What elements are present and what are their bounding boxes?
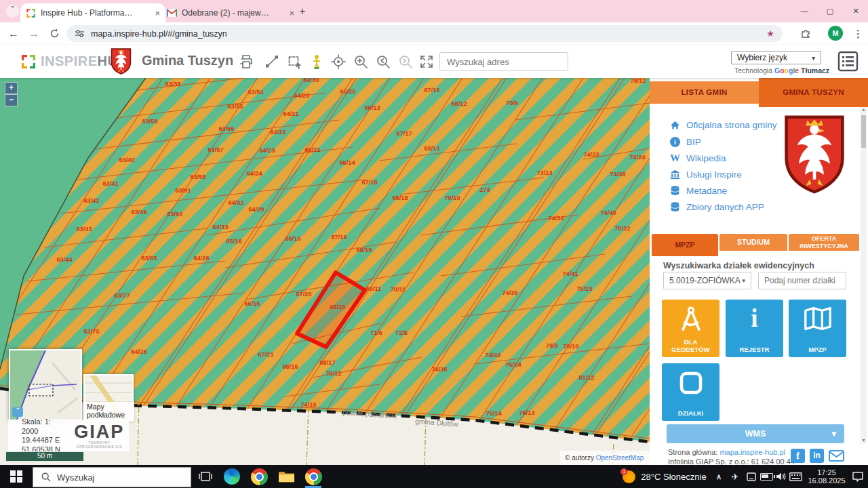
database-icon xyxy=(670,202,680,212)
url-bar[interactable]: mapa.inspire-hub.pl/#/gmina_tuszyn ★ xyxy=(66,25,783,42)
close-tab-icon[interactable]: × xyxy=(155,9,160,18)
parcel-label: 63/75 xyxy=(84,328,100,335)
browser-tab-strip: ˇ Inspire Hub - Platforma do pub × Odebr… xyxy=(0,0,868,22)
tab-studium[interactable]: STUDIUM xyxy=(719,234,787,251)
sidebar-link-wikipedia[interactable]: W Wikipedia xyxy=(670,153,726,163)
bookmark-star-icon[interactable]: ★ xyxy=(766,28,774,39)
parcel-label: 63/42 xyxy=(84,197,100,204)
overview-minimap[interactable]: ˇ xyxy=(9,349,82,421)
taskbar-clock[interactable]: 17:25 16.08.2025 xyxy=(806,465,848,488)
parcel-label: 72/8 xyxy=(395,329,408,336)
legend-icon[interactable] xyxy=(837,51,859,72)
minimap-collapse-button[interactable]: ˇ xyxy=(12,407,23,417)
parcel-label: 75/14 xyxy=(486,410,502,417)
start-button[interactable] xyxy=(0,465,33,488)
previous-extent-icon[interactable] xyxy=(375,54,391,70)
print-icon[interactable] xyxy=(238,54,254,70)
out-of-zone-area xyxy=(0,78,146,369)
window-maximize-button[interactable]: ▢ xyxy=(818,0,842,22)
touch-keyboard-icon[interactable] xyxy=(787,465,804,488)
language-select[interactable]: Wybierz język ▾ xyxy=(731,51,821,64)
sidebar-link-uslugi-inspire[interactable]: Usługi Inspire xyxy=(670,169,742,180)
browser-tab-gmail[interactable]: Odebrane (2) - majewska.moni × xyxy=(161,3,300,22)
parcel-label: 70/12 xyxy=(326,370,342,377)
profile-avatar[interactable]: M xyxy=(828,26,843,41)
map-zoom-out-button[interactable]: − xyxy=(5,94,18,106)
extensions-icon[interactable] xyxy=(800,28,811,39)
notification-center-icon[interactable] xyxy=(848,465,868,488)
dla-geodetow-button[interactable]: DLAGEODETÓW xyxy=(662,300,719,357)
sidebar-scrollbar[interactable]: ▲ ▼ xyxy=(861,107,867,444)
taskbar-search-placeholder: Wyszukaj xyxy=(57,472,95,483)
site-settings-icon[interactable] xyxy=(75,28,85,39)
chrome-active-icon[interactable] xyxy=(300,465,327,488)
map-canvas[interactable]: powiat pabianicki gmina Dłutów 63/3863/5… xyxy=(0,78,650,465)
tab-search-button[interactable]: ˇ xyxy=(6,5,19,18)
url-text[interactable]: mapa.inspire-hub.pl/#/gmina_tuszyn xyxy=(91,29,227,39)
map-zoom-in-button[interactable]: + xyxy=(5,82,18,94)
parcel-label: 68/18 xyxy=(393,195,408,201)
precinct-select[interactable]: 5.0019-ZOFIÓWKA ▾ xyxy=(663,272,751,289)
address-search-input[interactable] xyxy=(439,52,568,71)
google-translate-attribution: Technologia Google Tłumacz xyxy=(734,66,829,75)
tab-mpzp[interactable]: MPZP xyxy=(652,234,718,256)
sidebar-link-official-site[interactable]: Oficjalna strona gminy xyxy=(670,120,777,130)
scrollbar-thumb[interactable] xyxy=(861,115,866,148)
rejestr-button[interactable]: i REJESTR xyxy=(726,300,783,357)
tab-oferta-inwestycyjna[interactable]: OFERTAINWESTYCYJNA xyxy=(789,234,859,251)
airplane-icon[interactable]: ✈ xyxy=(727,465,743,488)
chevron-down-icon: ▾ xyxy=(832,424,836,443)
streetview-pegman-icon[interactable] xyxy=(309,54,325,70)
measure-area-icon[interactable] xyxy=(287,54,303,70)
task-view-button[interactable] xyxy=(194,465,217,488)
osm-link[interactable]: OpenStreetMap xyxy=(596,454,644,462)
speaker-icon[interactable] xyxy=(773,465,788,488)
geolocate-icon[interactable] xyxy=(330,54,347,70)
close-tab-icon[interactable]: × xyxy=(289,9,294,18)
zoom-in-icon[interactable] xyxy=(353,54,369,70)
browser-tab-active[interactable]: Inspire Hub - Platforma do pub × xyxy=(20,3,165,22)
measure-line-icon[interactable] xyxy=(264,54,280,70)
parcel-label: 68/19 xyxy=(357,247,372,253)
weather-widget[interactable]: 1 28°C Słonecznie xyxy=(614,465,715,488)
surveyor-compass-icon xyxy=(677,306,705,333)
dzialki-button[interactable]: DZIAŁKI xyxy=(662,363,719,421)
file-explorer-icon[interactable] xyxy=(273,465,300,488)
parcel-number-input[interactable] xyxy=(758,272,846,289)
basemap-switcher[interactable]: Mapypodkładowe xyxy=(83,374,134,422)
new-tab-button[interactable]: + xyxy=(294,3,311,20)
parcel-label: 67/17 xyxy=(397,130,412,137)
chrome-icon[interactable] xyxy=(245,465,273,488)
linkedin-icon[interactable]: in xyxy=(810,449,824,463)
home-link[interactable]: mapa.inspire-hub.pl xyxy=(719,448,785,456)
parcel-label: 63/92 xyxy=(167,211,183,218)
facebook-icon[interactable]: f xyxy=(791,449,805,463)
sidebar-link-metadane[interactable]: Metadane xyxy=(670,186,727,196)
battery-icon[interactable] xyxy=(758,465,774,488)
tablet-icon[interactable] xyxy=(743,465,760,488)
reload-icon[interactable] xyxy=(49,28,60,39)
tab-gmina-tuszyn[interactable]: GMINA TUSZYN xyxy=(759,78,868,107)
parcel-label: 65/21 xyxy=(305,146,321,153)
info-icon: i xyxy=(670,137,680,147)
sidebar-link-zbiory-app[interactable]: Zbiory danych APP xyxy=(670,202,764,212)
minimap-extent-box xyxy=(29,384,53,396)
browser-menu-icon[interactable]: ⋮ xyxy=(853,22,863,45)
parcel-label: 64/30 xyxy=(304,78,319,83)
sidebar-link-bip[interactable]: i BIP xyxy=(670,137,701,147)
email-icon[interactable] xyxy=(829,450,844,462)
taskbar-search[interactable]: Wyszukaj xyxy=(33,467,191,487)
window-minimize-button[interactable]: — xyxy=(792,0,816,22)
mpzp-button[interactable]: MPZP xyxy=(789,300,846,357)
back-icon[interactable]: ← xyxy=(8,22,19,45)
fullscreen-icon[interactable] xyxy=(418,54,435,70)
wms-dropdown[interactable]: WMS ▾ xyxy=(667,424,844,443)
next-extent-icon[interactable] xyxy=(397,54,414,70)
parcel-label: 66/13 xyxy=(365,104,380,111)
parcel-label: 63/44 xyxy=(57,256,73,263)
forward-icon[interactable]: → xyxy=(28,22,39,45)
edge-icon[interactable] xyxy=(218,465,245,488)
window-close-button[interactable]: ✕ xyxy=(844,0,868,22)
tray-chevron-up-icon[interactable]: ∧ xyxy=(711,465,727,488)
tab-lista-gmin[interactable]: LISTA GMIN xyxy=(650,81,759,104)
